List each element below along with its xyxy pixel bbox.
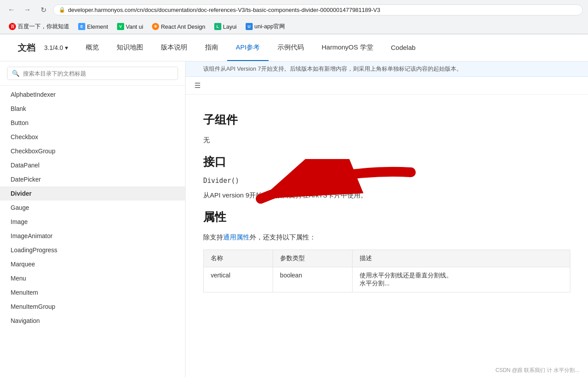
sidebar-item-menuitem[interactable]: MenuItem (0, 285, 185, 300)
bookmark-uniapp[interactable]: U uni-app官网 (242, 21, 288, 32)
attrs-table-body: vertical boolean 使用水平分割线还是垂直分割线。水平分割... (204, 267, 570, 292)
nav-item-api[interactable]: API参考 (227, 34, 269, 61)
bookmark-layui[interactable]: L Layui (211, 22, 240, 31)
bookmark-vant[interactable]: V Vant ui (114, 22, 147, 31)
version-selector[interactable]: 3.1/4.0 ▾ (44, 44, 68, 51)
cell-name: vertical (204, 267, 273, 292)
site-nav: 文档 3.1/4.0 ▾ 概览 知识地图 版本说明 指南 API参考 示例代码 … (0, 34, 588, 61)
sidebar-item-datepicker[interactable]: DatePicker (0, 172, 185, 186)
notice-bar: 该组件从API Version 7开始支持。后续版本如有新增内容，则采用上角标单… (186, 61, 588, 77)
notice-text: 该组件从API Version 7开始支持。后续版本如有新增内容，则采用上角标单… (203, 65, 462, 72)
address-bar[interactable]: 🔒 developer.harmonyos.com/cn/docs/docume… (53, 4, 583, 15)
cell-desc: 使用水平分割线还是垂直分割线。水平分割... (353, 267, 570, 292)
col-header-name: 名称 (204, 250, 273, 267)
search-input[interactable] (23, 70, 173, 77)
attrs-table: 名称 参数类型 描述 vertical boolean 使用水平分割线还是垂直分… (203, 250, 570, 292)
nav-item-examples[interactable]: 示例代码 (269, 34, 313, 61)
sub-components-text: 无 (203, 135, 570, 145)
nav-item-guide[interactable]: 指南 (196, 34, 227, 61)
sidebar-item-loadingprogress[interactable]: LoadingProgress (0, 243, 185, 257)
sidebar-item-divider[interactable]: Divider (0, 186, 185, 201)
reload-button[interactable]: ↻ (37, 4, 49, 16)
attrs-table-header: 名称 参数类型 描述 (204, 250, 570, 267)
browser-chrome: ← → ↻ 🔒 developer.harmonyos.com/cn/docs/… (0, 0, 588, 34)
sidebar-item-navigation[interactable]: Navigation (0, 314, 185, 328)
sidebar-item-alphabetindexer[interactable]: AlphabetIndexer (0, 87, 185, 102)
sidebar-item-marquee[interactable]: Marquee (0, 257, 185, 271)
version-text: 3.1/4.0 (44, 44, 63, 51)
bookmarks-bar: 百 百度一下，你就知道 E Element V Vant ui ⚛ React … (0, 19, 588, 34)
react-ant-icon: ⚛ (152, 23, 159, 30)
interface-title: 接口 (203, 154, 570, 170)
nav-item-codelab[interactable]: Codelab (382, 34, 425, 61)
sidebar-list: AlphabetIndexer Blank Button Checkbox Ch… (0, 86, 185, 330)
site-nav-items: 概览 知识地图 版本说明 指南 API参考 示例代码 HarmonyOS 学堂 … (77, 34, 425, 61)
site-logo: 文档 (18, 42, 35, 54)
sidebar-item-datapanel[interactable]: DataPanel (0, 158, 185, 172)
forward-button[interactable]: → (21, 4, 34, 16)
attrs-link[interactable]: 通用属性 (223, 233, 250, 241)
version-chevron-icon: ▾ (65, 44, 68, 51)
bookmark-react-ant-label: React Ant Design (161, 23, 205, 30)
element-icon: E (78, 23, 85, 30)
back-button[interactable]: ← (5, 4, 18, 16)
table-row: vertical boolean 使用水平分割线还是垂直分割线。水平分割... (204, 267, 570, 292)
sidebar: 🔍 AlphabetIndexer Blank Button Checkbox … (0, 61, 186, 377)
attrs-intro-before: 除支持 (203, 233, 223, 241)
sub-components-title: 子组件 (203, 112, 570, 128)
bookmark-element[interactable]: E Element (75, 22, 112, 31)
baidu-icon: 百 (9, 23, 16, 30)
sidebar-item-gauge[interactable]: Gauge (0, 201, 185, 215)
nav-item-knowledge[interactable]: 知识地图 (108, 34, 152, 61)
interface-code: Divider() (203, 177, 570, 185)
content-toolbar: ☰ (186, 77, 588, 95)
attrs-intro: 除支持通用属性外，还支持以下属性： (203, 232, 570, 243)
col-header-type: 参数类型 (273, 250, 352, 267)
nav-item-overview[interactable]: 概览 (77, 34, 108, 61)
content-body: 子组件 无 接口 Divider() 从API version (186, 95, 588, 310)
nav-item-changelog[interactable]: 版本说明 (152, 34, 196, 61)
bookmark-baidu-label: 百度一下，你就知道 (18, 23, 69, 30)
layui-icon: L (214, 23, 221, 30)
sidebar-item-menu[interactable]: Menu (0, 271, 185, 285)
menu-icon[interactable]: ☰ (194, 82, 201, 89)
nav-item-academy[interactable]: HarmonyOS 学堂 (313, 34, 382, 61)
sidebar-item-checkboxgroup[interactable]: CheckboxGroup (0, 144, 185, 158)
attrs-title: 属性 (203, 209, 570, 225)
browser-toolbar: ← → ↻ 🔒 developer.harmonyos.com/cn/docs/… (0, 0, 588, 19)
search-icon: 🔍 (12, 70, 19, 77)
attrs-intro-after: 外，还支持以下属性： (250, 233, 316, 241)
main-layout: 🔍 AlphabetIndexer Blank Button Checkbox … (0, 61, 588, 377)
bookmark-react-ant[interactable]: ⚛ React Ant Design (148, 22, 209, 31)
uniapp-icon: U (246, 23, 253, 30)
vant-icon: V (117, 23, 124, 30)
sidebar-search-area: 🔍 (0, 61, 185, 86)
bookmark-element-label: Element (87, 23, 108, 30)
sidebar-item-imageanimator[interactable]: ImageAnimator (0, 229, 185, 243)
content-area: 该组件从API Version 7开始支持。后续版本如有新增内容，则采用上角标单… (186, 61, 588, 377)
sidebar-item-button[interactable]: Button (0, 116, 185, 130)
col-header-desc: 描述 (353, 250, 570, 267)
lock-icon: 🔒 (59, 7, 65, 13)
bookmark-layui-label: Layui (223, 23, 237, 30)
cell-type: boolean (273, 267, 352, 292)
site-header: 文档 3.1/4.0 ▾ 概览 知识地图 版本说明 指南 API参考 示例代码 … (0, 34, 588, 61)
sidebar-item-image[interactable]: Image (0, 215, 185, 229)
sidebar-item-menuitemgroup[interactable]: MenuItemGroup (0, 300, 185, 314)
bookmark-vant-label: Vant ui (126, 23, 144, 30)
sidebar-item-blank[interactable]: Blank (0, 102, 185, 116)
address-url: developer.harmonyos.com/cn/docs/document… (68, 7, 577, 13)
search-input-wrap[interactable]: 🔍 (7, 67, 178, 80)
bookmark-baidu[interactable]: 百 百度一下，你就知道 (5, 21, 73, 32)
interface-note: 从API version 9开始，该接口支持在ArkTS卡片中使用。 (203, 190, 570, 201)
bookmark-uniapp-label: uni-app官网 (254, 23, 285, 30)
sidebar-item-checkbox[interactable]: Checkbox (0, 130, 185, 144)
